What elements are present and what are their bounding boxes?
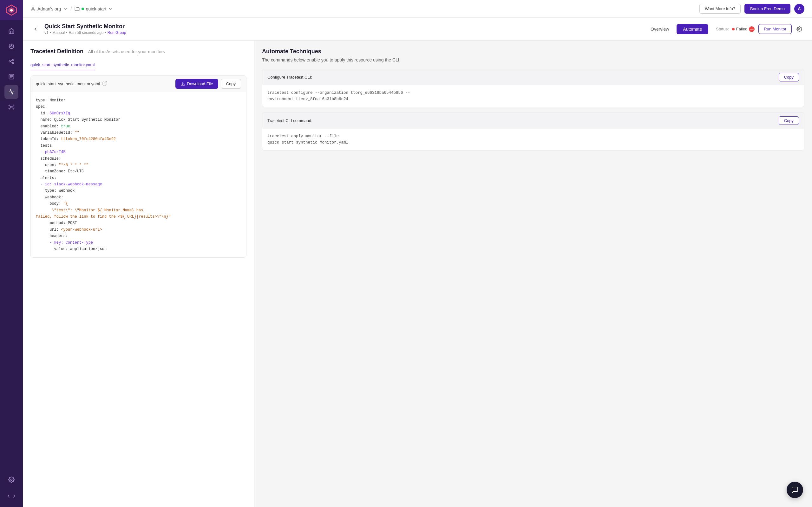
org-icon: [31, 6, 36, 11]
tests-icon: [8, 73, 14, 80]
project-status-dot: [82, 8, 84, 10]
automate-desc: The commands below enable you to apply t…: [262, 57, 804, 62]
breadcrumb-separator: /: [70, 6, 72, 12]
home-icon: [8, 28, 14, 34]
collapse-icon: [6, 493, 11, 499]
file-card-name: quick_start_synthetic_monitor.yaml: [36, 81, 175, 87]
book-free-demo-button[interactable]: Book a Free Demo: [745, 4, 791, 14]
run-group-link[interactable]: Run Group: [107, 31, 126, 35]
sidebar-collapse-button[interactable]: [4, 491, 18, 502]
svg-point-21: [9, 108, 10, 109]
want-more-info-button[interactable]: Want More Info?: [699, 4, 741, 14]
copy-file-button[interactable]: Copy: [221, 79, 241, 89]
topology-icon: [8, 58, 14, 65]
sidebar-item-monitor[interactable]: [4, 39, 18, 53]
back-icon: [33, 26, 38, 32]
back-button[interactable]: [31, 24, 41, 34]
project-chevron-icon: [108, 7, 113, 11]
file-card-actions: Download File Copy: [175, 79, 241, 89]
org-name: Adnan's org: [38, 6, 61, 11]
org-chevron-icon: [63, 6, 68, 11]
sidebar-item-synthetic[interactable]: [4, 85, 18, 99]
breadcrumb-project[interactable]: quick-start: [74, 6, 113, 11]
file-tab-item[interactable]: quick_start_synthetic_monitor.yaml: [31, 60, 95, 70]
svg-point-19: [9, 105, 10, 106]
left-panel-header: Tracetest Definition All of the Assets u…: [23, 41, 254, 70]
svg-point-28: [32, 7, 34, 9]
breadcrumb: Adnan's org / quick-start: [31, 6, 697, 12]
sidebar-item-topology[interactable]: [4, 55, 18, 68]
automate-title: Automate Techniques: [262, 48, 804, 55]
configure-cli-code: tracetest configure --organization ttorg…: [262, 85, 804, 107]
file-tab: quick_start_synthetic_monitor.yaml: [31, 60, 247, 70]
logo[interactable]: [0, 0, 23, 20]
brand-logo: [5, 4, 17, 16]
meta-version: v1: [44, 31, 49, 35]
svg-rect-11: [12, 62, 14, 64]
tab-automate[interactable]: Automate: [676, 24, 708, 34]
breadcrumb-org[interactable]: Adnan's org: [31, 6, 68, 11]
avatar[interactable]: A: [794, 4, 804, 14]
meta-sep3: •: [105, 31, 106, 35]
expand-icon: [11, 493, 17, 499]
file-card: quick_start_synthetic_monitor.yaml: [31, 75, 247, 258]
configure-cli-label: Configure Tracetest CLI:: [267, 75, 779, 79]
settings-button[interactable]: [794, 24, 804, 34]
sidebar-item-integrations[interactable]: [4, 100, 18, 114]
download-file-button[interactable]: Download File: [175, 79, 218, 89]
status-failed-icon: —: [749, 26, 755, 32]
configure-cli-header: Configure Tracetest CLI: Copy: [262, 69, 804, 85]
status-text: Failed: [736, 26, 747, 32]
svg-line-13: [10, 61, 13, 63]
sidebar-item-settings[interactable]: [4, 473, 18, 487]
sidebar-item-tests[interactable]: [4, 70, 18, 83]
svg-rect-10: [12, 59, 14, 60]
cli-command-card: Tracetest CLI command: Copy tracetest ap…: [262, 112, 804, 151]
svg-line-26: [12, 108, 13, 109]
project-name: quick-start: [86, 6, 107, 11]
sidebar: [0, 0, 23, 507]
sidebar-item-home[interactable]: [4, 24, 18, 38]
svg-line-23: [10, 106, 11, 107]
svg-point-27: [11, 479, 12, 481]
cli-command-line1: tracetest apply monitor --file: [267, 134, 339, 138]
page-body: Tracetest Definition All of the Assets u…: [23, 41, 812, 507]
run-monitor-button[interactable]: Run Monitor: [758, 24, 792, 34]
left-panel: Tracetest Definition All of the Assets u…: [23, 41, 254, 507]
page-settings-icon: [797, 26, 802, 32]
pencil-icon: [102, 81, 107, 86]
project-folder-icon: [74, 6, 80, 11]
download-label: Download File: [187, 81, 213, 86]
cli-command-label: Tracetest CLI command:: [267, 118, 779, 123]
page-meta: v1 • Manual • Ran 56 seconds ago • Run G…: [44, 31, 644, 35]
content-area: Quick Start Synthetic Monitor v1 • Manua…: [23, 18, 812, 507]
synthetic-icon: [8, 89, 14, 95]
page-header: Quick Start Synthetic Monitor v1 • Manua…: [23, 18, 812, 41]
status-value: Failed —: [732, 26, 755, 32]
main-wrapper: Adnan's org / quick-start Want More Info…: [23, 0, 812, 507]
meta-sep1: •: [50, 31, 51, 35]
topbar: Adnan's org / quick-start Want More Info…: [23, 0, 812, 18]
chat-icon: [791, 486, 799, 494]
edit-filename-icon[interactable]: [102, 81, 107, 87]
svg-line-24: [12, 106, 13, 107]
cli-command-line2: quick_start_synthetic_monitor.yaml: [267, 140, 348, 145]
copy-cli-command-button[interactable]: Copy: [779, 116, 799, 125]
page-header-status: Status: Failed —: [716, 26, 755, 32]
page-title: Quick Start Synthetic Monitor: [44, 23, 644, 30]
settings-icon: [8, 476, 14, 483]
configure-cli-line1: tracetest configure --organization ttorg…: [267, 91, 410, 95]
file-card-header: quick_start_synthetic_monitor.yaml: [31, 76, 246, 92]
download-icon: [181, 82, 185, 86]
tracetest-def-title: Tracetest Definition: [31, 48, 84, 55]
status-label: Status:: [716, 26, 728, 32]
svg-point-22: [13, 108, 14, 109]
page-header-info: Quick Start Synthetic Monitor v1 • Manua…: [44, 23, 644, 35]
tab-overview[interactable]: Overview: [644, 24, 675, 34]
chat-widget-button[interactable]: [786, 482, 803, 498]
code-block: type: Monitor spec: id: SUnOrsXIg name: …: [31, 92, 246, 257]
svg-point-4: [11, 46, 12, 47]
meta-sep2: •: [66, 31, 67, 35]
copy-configure-cli-button[interactable]: Copy: [779, 73, 799, 81]
svg-rect-9: [9, 61, 10, 62]
